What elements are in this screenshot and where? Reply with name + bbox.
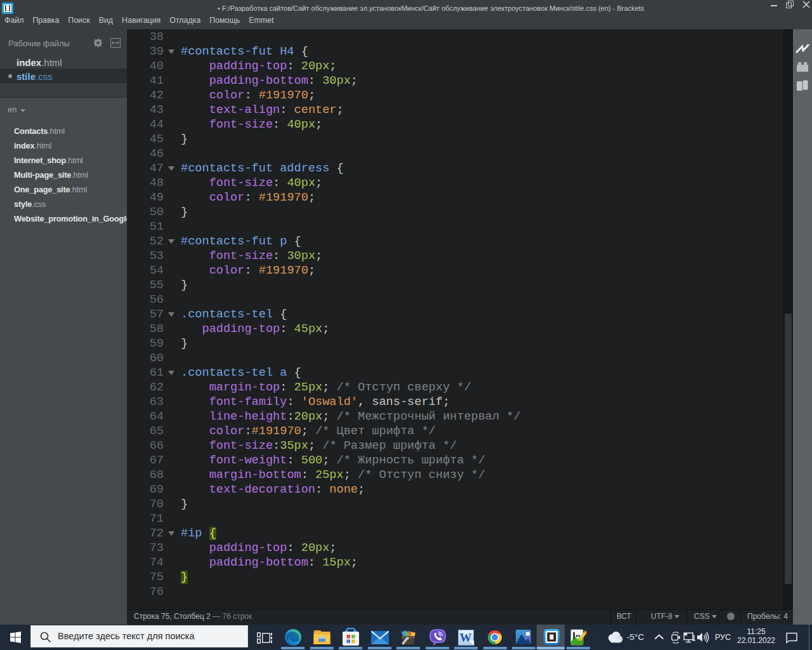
svg-text:W: W — [460, 631, 472, 644]
